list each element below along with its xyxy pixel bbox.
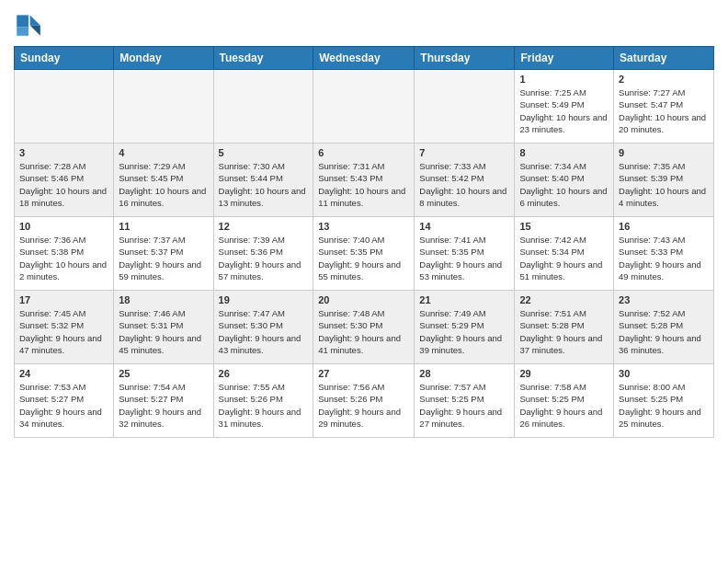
calendar-week-row: 3Sunrise: 7:28 AMSunset: 5:46 PMDaylight… bbox=[15, 144, 714, 217]
day-info: Sunrise: 7:35 AMSunset: 5:39 PMDaylight:… bbox=[619, 160, 709, 209]
calendar-header-wednesday: Wednesday bbox=[313, 47, 415, 70]
day-info: Sunrise: 7:39 AMSunset: 5:36 PMDaylight:… bbox=[219, 234, 309, 282]
day-number: 29 bbox=[519, 368, 609, 379]
calendar-header-tuesday: Tuesday bbox=[213, 47, 313, 70]
day-info: Sunrise: 7:30 AMSunset: 5:44 PMDaylight:… bbox=[219, 160, 309, 209]
day-number: 14 bbox=[419, 221, 509, 232]
day-number: 12 bbox=[219, 221, 309, 232]
calendar-cell: 2Sunrise: 7:27 AMSunset: 5:47 PMDaylight… bbox=[614, 70, 714, 144]
day-number: 11 bbox=[119, 221, 208, 232]
calendar-cell bbox=[15, 70, 114, 144]
day-number: 22 bbox=[519, 294, 609, 305]
calendar-cell: 29Sunrise: 7:58 AMSunset: 5:25 PMDayligh… bbox=[515, 364, 614, 438]
day-info: Sunrise: 7:36 AMSunset: 5:38 PMDaylight:… bbox=[19, 234, 108, 282]
day-info: Sunrise: 7:57 AMSunset: 5:25 PMDaylight:… bbox=[419, 381, 509, 430]
calendar-cell: 10Sunrise: 7:36 AMSunset: 5:38 PMDayligh… bbox=[15, 217, 114, 291]
day-info: Sunrise: 7:52 AMSunset: 5:28 PMDaylight:… bbox=[619, 307, 709, 356]
logo bbox=[14, 9, 47, 39]
day-number: 30 bbox=[619, 368, 709, 379]
calendar-header-sunday: Sunday bbox=[15, 47, 114, 70]
calendar-cell: 8Sunrise: 7:34 AMSunset: 5:40 PMDaylight… bbox=[515, 144, 614, 217]
calendar-cell: 22Sunrise: 7:51 AMSunset: 5:28 PMDayligh… bbox=[515, 291, 614, 364]
day-number: 2 bbox=[619, 74, 709, 85]
header bbox=[14, 9, 714, 39]
day-number: 28 bbox=[419, 368, 509, 379]
day-number: 4 bbox=[119, 147, 208, 158]
calendar-week-row: 1Sunrise: 7:25 AMSunset: 5:49 PMDaylight… bbox=[15, 70, 714, 144]
day-number: 3 bbox=[19, 147, 108, 158]
calendar-cell bbox=[213, 70, 313, 144]
calendar-cell: 19Sunrise: 7:47 AMSunset: 5:30 PMDayligh… bbox=[213, 291, 313, 364]
day-info: Sunrise: 7:47 AMSunset: 5:30 PMDaylight:… bbox=[219, 307, 309, 356]
day-info: Sunrise: 7:40 AMSunset: 5:35 PMDaylight:… bbox=[318, 234, 409, 282]
day-info: Sunrise: 7:42 AMSunset: 5:34 PMDaylight:… bbox=[519, 234, 609, 282]
calendar-cell bbox=[114, 70, 213, 144]
day-info: Sunrise: 7:51 AMSunset: 5:28 PMDaylight:… bbox=[519, 307, 609, 356]
calendar-cell: 20Sunrise: 7:48 AMSunset: 5:30 PMDayligh… bbox=[313, 291, 415, 364]
day-number: 16 bbox=[619, 221, 709, 232]
day-info: Sunrise: 7:41 AMSunset: 5:35 PMDaylight:… bbox=[419, 234, 509, 282]
day-info: Sunrise: 7:58 AMSunset: 5:25 PMDaylight:… bbox=[519, 381, 609, 430]
calendar-cell: 14Sunrise: 7:41 AMSunset: 5:35 PMDayligh… bbox=[415, 217, 515, 291]
calendar: SundayMondayTuesdayWednesdayThursdayFrid… bbox=[14, 46, 714, 438]
day-number: 18 bbox=[119, 294, 208, 305]
day-number: 25 bbox=[119, 368, 208, 379]
day-info: Sunrise: 7:33 AMSunset: 5:42 PMDaylight:… bbox=[419, 160, 509, 209]
calendar-cell: 15Sunrise: 7:42 AMSunset: 5:34 PMDayligh… bbox=[515, 217, 614, 291]
logo-icon bbox=[14, 9, 43, 39]
calendar-cell: 21Sunrise: 7:49 AMSunset: 5:29 PMDayligh… bbox=[415, 291, 515, 364]
day-info: Sunrise: 7:49 AMSunset: 5:29 PMDaylight:… bbox=[419, 307, 509, 356]
svg-rect-2 bbox=[17, 15, 28, 27]
calendar-header-saturday: Saturday bbox=[614, 47, 714, 70]
day-number: 19 bbox=[219, 294, 309, 305]
svg-marker-0 bbox=[30, 15, 40, 25]
calendar-cell: 1Sunrise: 7:25 AMSunset: 5:49 PMDaylight… bbox=[515, 70, 614, 144]
calendar-cell: 25Sunrise: 7:54 AMSunset: 5:27 PMDayligh… bbox=[114, 364, 213, 438]
day-info: Sunrise: 8:00 AMSunset: 5:25 PMDaylight:… bbox=[619, 381, 709, 430]
day-info: Sunrise: 7:27 AMSunset: 5:47 PMDaylight:… bbox=[619, 86, 709, 135]
calendar-header-thursday: Thursday bbox=[415, 47, 515, 70]
calendar-header-friday: Friday bbox=[515, 47, 614, 70]
calendar-cell: 18Sunrise: 7:46 AMSunset: 5:31 PMDayligh… bbox=[114, 291, 213, 364]
calendar-cell: 7Sunrise: 7:33 AMSunset: 5:42 PMDaylight… bbox=[415, 144, 515, 217]
calendar-week-row: 10Sunrise: 7:36 AMSunset: 5:38 PMDayligh… bbox=[15, 217, 714, 291]
day-info: Sunrise: 7:46 AMSunset: 5:31 PMDaylight:… bbox=[119, 307, 208, 356]
day-number: 13 bbox=[318, 221, 409, 232]
calendar-cell: 5Sunrise: 7:30 AMSunset: 5:44 PMDaylight… bbox=[213, 144, 313, 217]
calendar-cell: 4Sunrise: 7:29 AMSunset: 5:45 PMDaylight… bbox=[114, 144, 213, 217]
day-info: Sunrise: 7:54 AMSunset: 5:27 PMDaylight:… bbox=[119, 381, 208, 430]
calendar-cell bbox=[313, 70, 415, 144]
calendar-week-row: 17Sunrise: 7:45 AMSunset: 5:32 PMDayligh… bbox=[15, 291, 714, 364]
day-number: 10 bbox=[19, 221, 108, 232]
day-number: 1 bbox=[519, 74, 609, 85]
day-info: Sunrise: 7:25 AMSunset: 5:49 PMDaylight:… bbox=[519, 86, 609, 135]
calendar-cell: 23Sunrise: 7:52 AMSunset: 5:28 PMDayligh… bbox=[614, 291, 714, 364]
day-info: Sunrise: 7:34 AMSunset: 5:40 PMDaylight:… bbox=[519, 160, 609, 209]
day-info: Sunrise: 7:48 AMSunset: 5:30 PMDaylight:… bbox=[318, 307, 409, 356]
calendar-cell: 17Sunrise: 7:45 AMSunset: 5:32 PMDayligh… bbox=[15, 291, 114, 364]
day-number: 21 bbox=[419, 294, 509, 305]
day-number: 23 bbox=[619, 294, 709, 305]
calendar-cell: 13Sunrise: 7:40 AMSunset: 5:35 PMDayligh… bbox=[313, 217, 415, 291]
calendar-cell: 16Sunrise: 7:43 AMSunset: 5:33 PMDayligh… bbox=[614, 217, 714, 291]
day-info: Sunrise: 7:45 AMSunset: 5:32 PMDaylight:… bbox=[19, 307, 108, 356]
calendar-cell: 12Sunrise: 7:39 AMSunset: 5:36 PMDayligh… bbox=[213, 217, 313, 291]
page: SundayMondayTuesdayWednesdayThursdayFrid… bbox=[0, 0, 728, 447]
calendar-cell bbox=[415, 70, 515, 144]
day-number: 15 bbox=[519, 221, 609, 232]
day-number: 27 bbox=[318, 368, 409, 379]
calendar-cell: 27Sunrise: 7:56 AMSunset: 5:26 PMDayligh… bbox=[313, 364, 415, 438]
day-number: 7 bbox=[419, 147, 509, 158]
day-info: Sunrise: 7:55 AMSunset: 5:26 PMDaylight:… bbox=[219, 381, 309, 430]
day-number: 20 bbox=[318, 294, 409, 305]
calendar-cell: 24Sunrise: 7:53 AMSunset: 5:27 PMDayligh… bbox=[15, 364, 114, 438]
day-number: 26 bbox=[219, 368, 309, 379]
day-info: Sunrise: 7:43 AMSunset: 5:33 PMDaylight:… bbox=[619, 234, 709, 282]
day-number: 8 bbox=[519, 147, 609, 158]
day-number: 5 bbox=[219, 147, 309, 158]
calendar-cell: 11Sunrise: 7:37 AMSunset: 5:37 PMDayligh… bbox=[114, 217, 213, 291]
calendar-cell: 3Sunrise: 7:28 AMSunset: 5:46 PMDaylight… bbox=[15, 144, 114, 217]
calendar-cell: 9Sunrise: 7:35 AMSunset: 5:39 PMDaylight… bbox=[614, 144, 714, 217]
day-number: 6 bbox=[318, 147, 409, 158]
svg-rect-3 bbox=[17, 27, 28, 36]
